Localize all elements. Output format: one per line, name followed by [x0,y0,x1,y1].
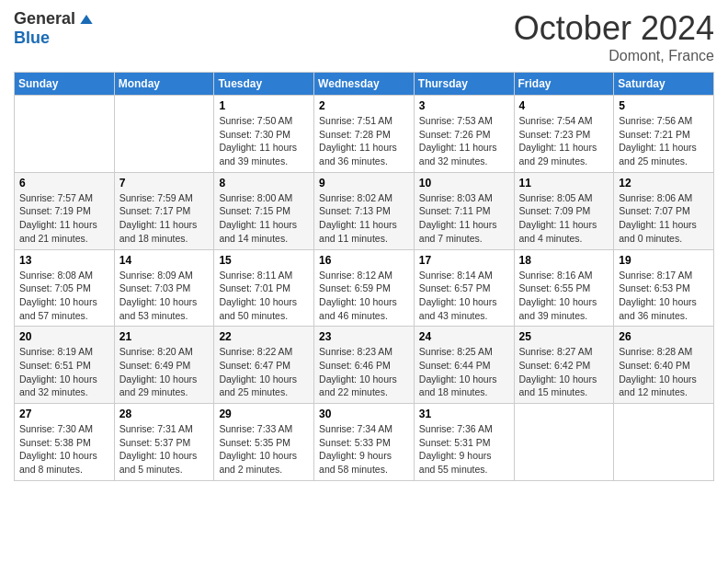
day-number: 12 [619,177,709,190]
day-info: Sunrise: 7:59 AM Sunset: 7:17 PM Dayligh… [119,191,210,246]
calendar-cell: 15Sunrise: 8:11 AM Sunset: 7:01 PM Dayli… [214,249,314,327]
day-info: Sunrise: 8:12 AM Sunset: 6:59 PM Dayligh… [319,269,409,323]
calendar-cell: 20Sunrise: 8:19 AM Sunset: 6:51 PM Dayli… [15,327,115,404]
day-info: Sunrise: 8:20 AM Sunset: 6:49 PM Dayligh… [119,345,210,399]
calendar-cell: 1Sunrise: 7:50 AM Sunset: 7:30 PM Daylig… [214,96,314,173]
day-number: 22 [219,330,309,343]
calendar-cell: 9Sunrise: 8:02 AM Sunset: 7:13 PM Daylig… [314,172,415,249]
day-info: Sunrise: 8:11 AM Sunset: 7:01 PM Dayligh… [219,269,309,323]
day-number: 23 [319,330,409,343]
calendar-cell: 5Sunrise: 7:56 AM Sunset: 7:21 PM Daylig… [614,96,714,173]
day-info: Sunrise: 7:30 AM Sunset: 5:38 PM Dayligh… [19,422,109,477]
day-number: 7 [119,177,210,190]
calendar-cell: 19Sunrise: 8:17 AM Sunset: 6:53 PM Dayli… [614,249,714,327]
title-block: October 2024 Domont, France [514,9,714,64]
day-number: 5 [619,99,709,112]
calendar-cell: 17Sunrise: 8:14 AM Sunset: 6:57 PM Dayli… [414,249,514,327]
day-info: Sunrise: 8:17 AM Sunset: 6:53 PM Dayligh… [619,269,709,323]
day-info: Sunrise: 7:57 AM Sunset: 7:19 PM Dayligh… [19,191,109,246]
calendar-week-row: 20Sunrise: 8:19 AM Sunset: 6:51 PM Dayli… [15,327,714,404]
calendar-cell: 25Sunrise: 8:27 AM Sunset: 6:42 PM Dayli… [514,327,614,404]
header: General Blue October 2024 Domont, France [14,9,714,64]
day-info: Sunrise: 7:34 AM Sunset: 5:33 PM Dayligh… [319,422,409,477]
day-info: Sunrise: 8:19 AM Sunset: 6:51 PM Dayligh… [19,345,109,399]
location: Domont, France [514,48,714,64]
day-number: 14 [119,254,210,267]
day-number: 17 [419,254,509,267]
day-info: Sunrise: 7:56 AM Sunset: 7:21 PM Dayligh… [619,114,709,168]
calendar-cell: 3Sunrise: 7:53 AM Sunset: 7:26 PM Daylig… [414,96,514,173]
calendar-week-row: 6Sunrise: 7:57 AM Sunset: 7:19 PM Daylig… [15,172,714,249]
day-info: Sunrise: 8:08 AM Sunset: 7:05 PM Dayligh… [19,269,109,323]
month-title: October 2024 [514,9,714,48]
day-number: 28 [119,408,210,420]
logo-general-text: General [14,9,75,29]
calendar-table: SundayMondayTuesdayWednesdayThursdayFrid… [14,72,714,481]
weekday-header: Wednesday [314,73,415,96]
day-info: Sunrise: 7:31 AM Sunset: 5:37 PM Dayligh… [119,422,210,477]
day-info: Sunrise: 8:23 AM Sunset: 6:46 PM Dayligh… [319,345,409,399]
day-info: Sunrise: 7:53 AM Sunset: 7:26 PM Dayligh… [419,114,509,168]
calendar-cell: 24Sunrise: 8:25 AM Sunset: 6:44 PM Dayli… [414,327,514,404]
day-number: 15 [219,254,309,267]
day-number: 18 [519,254,609,267]
calendar-cell: 31Sunrise: 7:36 AM Sunset: 5:31 PM Dayli… [414,404,514,481]
day-info: Sunrise: 8:03 AM Sunset: 7:11 PM Dayligh… [419,191,509,246]
weekday-header: Sunday [15,73,115,96]
calendar-cell [614,404,714,481]
calendar-cell: 4Sunrise: 7:54 AM Sunset: 7:23 PM Daylig… [514,96,614,173]
day-info: Sunrise: 8:27 AM Sunset: 6:42 PM Dayligh… [519,345,609,399]
day-number: 25 [519,330,609,343]
day-number: 31 [419,408,509,420]
calendar-cell: 8Sunrise: 8:00 AM Sunset: 7:15 PM Daylig… [214,172,314,249]
day-number: 13 [19,254,109,267]
day-number: 1 [219,99,309,112]
day-info: Sunrise: 8:14 AM Sunset: 6:57 PM Dayligh… [419,269,509,323]
weekday-header: Saturday [614,73,714,96]
calendar-week-row: 1Sunrise: 7:50 AM Sunset: 7:30 PM Daylig… [15,96,714,173]
day-number: 19 [619,254,709,267]
logo-blue-text: Blue [14,29,50,48]
calendar-cell: 18Sunrise: 8:16 AM Sunset: 6:55 PM Dayli… [514,249,614,327]
day-number: 21 [119,330,210,343]
day-number: 27 [19,408,109,420]
day-number: 20 [19,330,109,343]
weekday-header: Monday [114,73,214,96]
calendar-cell: 10Sunrise: 8:03 AM Sunset: 7:11 PM Dayli… [414,172,514,249]
calendar-cell: 2Sunrise: 7:51 AM Sunset: 7:28 PM Daylig… [314,96,415,173]
calendar-week-row: 13Sunrise: 8:08 AM Sunset: 7:05 PM Dayli… [15,249,714,327]
weekday-header: Thursday [414,73,514,96]
logo-icon [77,10,96,29]
day-number: 24 [419,330,509,343]
calendar-cell: 23Sunrise: 8:23 AM Sunset: 6:46 PM Dayli… [314,327,415,404]
day-info: Sunrise: 8:25 AM Sunset: 6:44 PM Dayligh… [419,345,509,399]
day-number: 2 [319,99,409,112]
day-info: Sunrise: 8:06 AM Sunset: 7:07 PM Dayligh… [619,191,709,246]
day-info: Sunrise: 8:00 AM Sunset: 7:15 PM Dayligh… [219,191,309,246]
day-info: Sunrise: 8:09 AM Sunset: 7:03 PM Dayligh… [119,269,210,323]
day-info: Sunrise: 8:02 AM Sunset: 7:13 PM Dayligh… [319,191,409,246]
calendar-cell [114,96,214,173]
calendar-cell: 6Sunrise: 7:57 AM Sunset: 7:19 PM Daylig… [15,172,115,249]
day-number: 16 [319,254,409,267]
day-info: Sunrise: 8:28 AM Sunset: 6:40 PM Dayligh… [619,345,709,399]
day-info: Sunrise: 7:33 AM Sunset: 5:35 PM Dayligh… [219,422,309,477]
calendar-cell: 21Sunrise: 8:20 AM Sunset: 6:49 PM Dayli… [114,327,214,404]
svg-marker-0 [80,15,92,24]
day-number: 11 [519,177,609,190]
weekday-header: Friday [514,73,614,96]
day-number: 9 [319,177,409,190]
calendar-cell: 29Sunrise: 7:33 AM Sunset: 5:35 PM Dayli… [214,404,314,481]
calendar-header-row: SundayMondayTuesdayWednesdayThursdayFrid… [15,73,714,96]
logo: General Blue [14,9,96,48]
calendar-cell: 16Sunrise: 8:12 AM Sunset: 6:59 PM Dayli… [314,249,415,327]
day-info: Sunrise: 7:36 AM Sunset: 5:31 PM Dayligh… [419,422,509,477]
day-info: Sunrise: 8:22 AM Sunset: 6:47 PM Dayligh… [219,345,309,399]
day-number: 10 [419,177,509,190]
calendar-cell: 30Sunrise: 7:34 AM Sunset: 5:33 PM Dayli… [314,404,415,481]
calendar-cell: 13Sunrise: 8:08 AM Sunset: 7:05 PM Dayli… [15,249,115,327]
calendar-cell: 26Sunrise: 8:28 AM Sunset: 6:40 PM Dayli… [614,327,714,404]
day-number: 29 [219,408,309,420]
day-number: 4 [519,99,609,112]
calendar-cell: 14Sunrise: 8:09 AM Sunset: 7:03 PM Dayli… [114,249,214,327]
